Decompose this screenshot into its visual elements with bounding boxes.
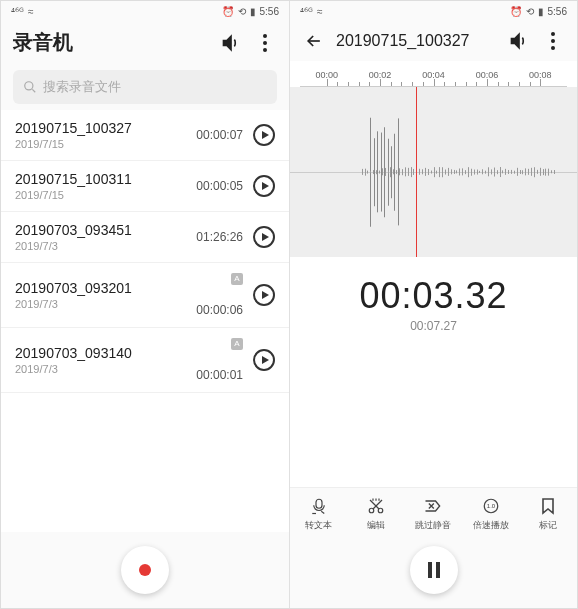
playback-header: 20190715_100327: [290, 21, 577, 61]
recording-title: 20190715_100327: [336, 32, 497, 50]
signal-icon: ⁴⁶ᴳ: [11, 6, 24, 17]
search-placeholder: 搜索录音文件: [43, 78, 121, 96]
tool-edit[interactable]: 编辑: [351, 496, 401, 532]
pause-button[interactable]: [410, 546, 458, 594]
battery-icon: ▮: [538, 6, 544, 17]
recording-date: 2019/7/3: [15, 240, 186, 252]
recording-row[interactable]: 20190703_0934512019/7/301:26:26: [1, 212, 289, 263]
bookmark-icon: [538, 496, 558, 516]
svg-rect-7: [316, 499, 322, 508]
waveform[interactable]: [290, 87, 577, 257]
transcript-badge-icon: A: [231, 338, 243, 350]
svg-text:1.0: 1.0: [487, 503, 496, 509]
svg-point-1: [263, 41, 267, 45]
recording-row[interactable]: 20190715_1003112019/7/1500:00:05: [1, 161, 289, 212]
recording-date: 2019/7/15: [15, 189, 186, 201]
transcribe-icon: [309, 496, 329, 516]
skip-silence-icon: [423, 496, 443, 516]
total-time: 00:07.27: [290, 319, 577, 333]
alarm-icon: ⏰: [222, 6, 234, 17]
recording-name: 20190703_093451: [15, 222, 186, 238]
status-time: 5:56: [548, 6, 567, 17]
rotate-icon: ⟲: [526, 6, 534, 17]
wifi-icon: ≈: [28, 6, 34, 17]
wifi-icon: ≈: [317, 6, 323, 17]
svg-point-3: [25, 82, 33, 90]
svg-point-5: [551, 39, 555, 43]
recording-date: 2019/7/3: [15, 298, 186, 310]
recording-name: 20190703_093140: [15, 345, 186, 361]
play-button[interactable]: [253, 284, 275, 306]
tool-label: 转文本: [305, 519, 332, 532]
recording-row[interactable]: 20190703_0932012019/7/3A00:00:06: [1, 263, 289, 328]
recording-duration: A00:00:06: [196, 273, 243, 317]
recording-date: 2019/7/15: [15, 138, 186, 150]
recording-name: 20190703_093201: [15, 280, 186, 296]
tool-skip-silence[interactable]: 跳过静音: [408, 496, 458, 532]
signal-icon: ⁴⁶ᴳ: [300, 6, 313, 17]
list-header: 录音机: [1, 21, 289, 64]
play-button[interactable]: [253, 226, 275, 248]
recording-row[interactable]: 20190703_0931402019/7/3A00:00:01: [1, 328, 289, 393]
recording-duration: 00:00:07: [196, 128, 243, 142]
svg-point-0: [263, 34, 267, 38]
rotate-icon: ⟲: [238, 6, 246, 17]
svg-point-4: [551, 32, 555, 36]
search-input[interactable]: 搜索录音文件: [13, 70, 277, 104]
search-icon: [23, 80, 37, 94]
recording-date: 2019/7/3: [15, 363, 186, 375]
play-button[interactable]: [253, 349, 275, 371]
recording-row[interactable]: 20190715_1003272019/7/1500:00:07: [1, 110, 289, 161]
recording-duration: 01:26:26: [196, 230, 243, 244]
playhead[interactable]: [416, 87, 417, 257]
tool-label: 标记: [539, 519, 557, 532]
current-time: 00:03.32: [290, 275, 577, 317]
speed-icon: 1.0: [481, 496, 501, 516]
recording-name: 20190715_100311: [15, 171, 186, 187]
more-icon[interactable]: [253, 31, 277, 55]
recording-name: 20190715_100327: [15, 120, 186, 136]
battery-icon: ▮: [250, 6, 256, 17]
time-display: 00:03.32 00:07.27: [290, 257, 577, 337]
tool-row: 转文本 编辑 跳过静音 1.0 倍速播放 标记: [290, 487, 577, 536]
recording-duration: A00:00:01: [196, 338, 243, 382]
status-time: 5:56: [260, 6, 279, 17]
status-bar: ⁴⁶ᴳ ≈ ⏰ ⟲ ▮ 5:56: [1, 1, 289, 21]
time-ruler-wrap: 00:0000:0200:0400:0600:08: [290, 61, 577, 87]
tool-bookmark[interactable]: 标记: [523, 496, 573, 532]
recordings-list-screen: ⁴⁶ᴳ ≈ ⏰ ⟲ ▮ 5:56 录音机 搜索录音文件 20190715_100…: [1, 1, 289, 608]
svg-point-2: [263, 48, 267, 52]
time-ruler[interactable]: 00:0000:0200:0400:0600:08: [300, 65, 567, 87]
playback-screen: ⁴⁶ᴳ ≈ ⏰ ⟲ ▮ 5:56 20190715_100327 00:: [289, 1, 577, 608]
play-button[interactable]: [253, 175, 275, 197]
scissors-icon: [366, 496, 386, 516]
speaker-icon[interactable]: [219, 31, 243, 55]
play-button[interactable]: [253, 124, 275, 146]
tool-label: 跳过静音: [415, 519, 451, 532]
more-icon[interactable]: [541, 29, 565, 53]
tool-label: 编辑: [367, 519, 385, 532]
playback-control-bar: [290, 536, 577, 608]
alarm-icon: ⏰: [510, 6, 522, 17]
app-title: 录音机: [13, 29, 209, 56]
record-bar: [1, 532, 289, 608]
svg-point-6: [551, 46, 555, 50]
tool-label: 倍速播放: [473, 519, 509, 532]
status-bar: ⁴⁶ᴳ ≈ ⏰ ⟲ ▮ 5:56: [290, 1, 577, 21]
recording-duration: 00:00:05: [196, 179, 243, 193]
back-icon[interactable]: [302, 29, 326, 53]
tool-speed[interactable]: 1.0 倍速播放: [466, 496, 516, 532]
transcript-badge-icon: A: [231, 273, 243, 285]
tool-transcribe[interactable]: 转文本: [294, 496, 344, 532]
speaker-icon[interactable]: [507, 29, 531, 53]
record-button[interactable]: [121, 546, 169, 594]
